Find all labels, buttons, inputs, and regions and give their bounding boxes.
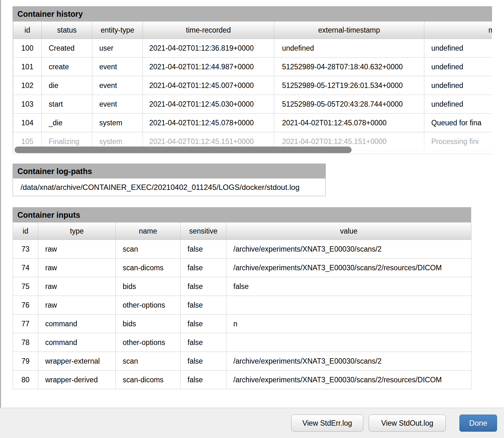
table-cell: command [38, 315, 116, 333]
table-cell: false [181, 333, 226, 352]
table-cell: undefined [274, 39, 424, 58]
table-cell: raw [38, 240, 116, 259]
table-cell: system [92, 114, 143, 132]
container-details-dialog: { "history": { "title": "Container histo… [0, 0, 504, 438]
table-cell: 51252989-04-28T07:18:40.632+0000 [274, 58, 424, 76]
log-path-value: /data/xnat/archive/CONTAINER_EXEC/202104… [21, 183, 299, 192]
container-history-table: idstatusentity-typetime-recordedexternal… [13, 21, 492, 151]
column-header: value [226, 222, 471, 240]
column-header: name [116, 222, 181, 240]
table-cell: /archive/experiments/XNAT3_E00030/scans/… [226, 371, 471, 389]
table-cell: /archive/experiments/XNAT3_E00030/scans/… [226, 259, 471, 277]
table-cell: event [92, 76, 143, 95]
table-cell: 78 [13, 333, 38, 352]
table-cell: false [226, 277, 471, 296]
column-header: entity-type [92, 22, 143, 39]
table-row: 80wrapper-derivedscan-dicomsfalse/archiv… [13, 371, 471, 389]
table-cell: other-options [116, 296, 181, 315]
table-cell: 75 [13, 277, 38, 296]
table-cell: Created [42, 39, 92, 58]
table-row: 77commandbidsfalsen [13, 315, 471, 333]
container-inputs-section: Container inputs idtypenamesensitivevalu… [13, 207, 471, 389]
column-header: status [42, 22, 92, 39]
table-cell: undefined [424, 76, 492, 95]
header-row: idstatusentity-typetime-recordedexternal… [13, 22, 492, 39]
view-stdout-button[interactable]: View StdOut.log [369, 415, 446, 432]
table-cell: Processing fini [424, 132, 492, 151]
table-cell: die [42, 76, 92, 95]
log-path-row: /data/xnat/archive/CONTAINER_EXEC/202104… [13, 178, 326, 196]
table-cell: 102 [13, 76, 42, 95]
table-cell: raw [38, 277, 116, 296]
table-cell: 77 [13, 315, 38, 333]
container-history-title: Container history [13, 6, 492, 21]
table-cell: other-options [116, 333, 181, 352]
table-cell: false [181, 259, 226, 277]
container-inputs-title: Container inputs [13, 207, 471, 222]
horizontal-scrollbar-thumb[interactable] [15, 147, 352, 153]
table-cell: 51252989-05-12T19:26:01.534+0000 [274, 76, 424, 95]
table-cell: 2021-04-02T01:12:45.078+0000 [143, 114, 274, 132]
table-cell: /archive/experiments/XNAT3_E00030/scans/… [226, 352, 471, 371]
table-cell [226, 333, 471, 352]
container-log-paths-section: Container log-paths /data/xnat/archive/C… [13, 164, 326, 196]
column-header: type [38, 222, 116, 240]
table-cell: false [181, 315, 226, 333]
view-stderr-button[interactable]: View StdErr.log [291, 415, 363, 432]
container-history-section: Container history idstatusentity-typetim… [13, 6, 492, 154]
table-row: 102dieevent2021-04-02T01:12:45.007+00005… [13, 76, 492, 95]
table-cell: false [181, 352, 226, 371]
table-cell: n [226, 315, 471, 333]
container-history-scroll-area: idstatusentity-typetime-recordedexternal… [13, 21, 492, 154]
table-cell: 2021-04-02T01:12:44.987+0000 [143, 58, 274, 76]
table-cell: Queued for fina [424, 114, 492, 132]
table-cell: /archive/experiments/XNAT3_E00030/scans/… [226, 240, 471, 259]
done-button[interactable]: Done [459, 415, 497, 432]
table-cell: user [92, 39, 143, 58]
table-cell: undefined [424, 39, 492, 58]
table-cell: wrapper-derived [38, 371, 116, 389]
column-header: id [13, 222, 38, 240]
table-cell: false [181, 277, 226, 296]
table-row: 78commandother-optionsfalse [13, 333, 471, 352]
table-cell: 100 [13, 39, 42, 58]
table-row: 104_diesystem2021-04-02T01:12:45.078+000… [13, 114, 492, 132]
container-log-paths-title: Container log-paths [13, 164, 326, 178]
table-cell: bids [116, 277, 181, 296]
table-cell: 74 [13, 259, 38, 277]
table-cell: 101 [13, 58, 42, 76]
table-cell: raw [38, 296, 116, 315]
column-header: time-recorded [143, 22, 274, 39]
table-row: 100Createduser2021-04-02T01:12:36.819+00… [13, 39, 492, 58]
table-row: 79wrapper-externalscanfalse/archive/expe… [13, 352, 471, 371]
table-cell: false [181, 296, 226, 315]
table-cell: undefined [424, 95, 492, 114]
table-row: 73rawscanfalse/archive/experiments/XNAT3… [13, 240, 471, 259]
table-cell: bids [116, 315, 181, 333]
table-cell: false [181, 371, 226, 389]
table-cell: 2021-04-02T01:12:45.078+0000 [274, 114, 424, 132]
table-cell: event [92, 95, 143, 114]
table-cell: 2021-04-02T01:12:36.819+0000 [143, 39, 274, 58]
window-left-edge [0, 0, 1, 408]
table-cell: scan-dicoms [116, 371, 181, 389]
column-header: external-timestamp [274, 22, 424, 39]
table-cell: 79 [13, 352, 38, 371]
table-row: 75rawbidsfalsefalse [13, 277, 471, 296]
column-header: sensitive [181, 222, 226, 240]
table-cell: 51252989-05-05T20:43:28.744+0000 [274, 95, 424, 114]
table-cell: raw [38, 259, 116, 277]
table-cell: 80 [13, 371, 38, 389]
table-cell: scan [116, 352, 181, 371]
table-cell: create [42, 58, 92, 76]
table-cell: 76 [13, 296, 38, 315]
table-row: 74rawscan-dicomsfalse/archive/experiment… [13, 259, 471, 277]
table-row: 76rawother-optionsfalse [13, 296, 471, 315]
table-cell: 2021-04-02T01:12:45.030+0000 [143, 95, 274, 114]
table-cell: 104 [13, 114, 42, 132]
table-cell: scan [116, 240, 181, 259]
column-header: id [13, 22, 42, 39]
table-cell: false [181, 240, 226, 259]
table-cell: _die [42, 114, 92, 132]
table-cell [226, 296, 471, 315]
